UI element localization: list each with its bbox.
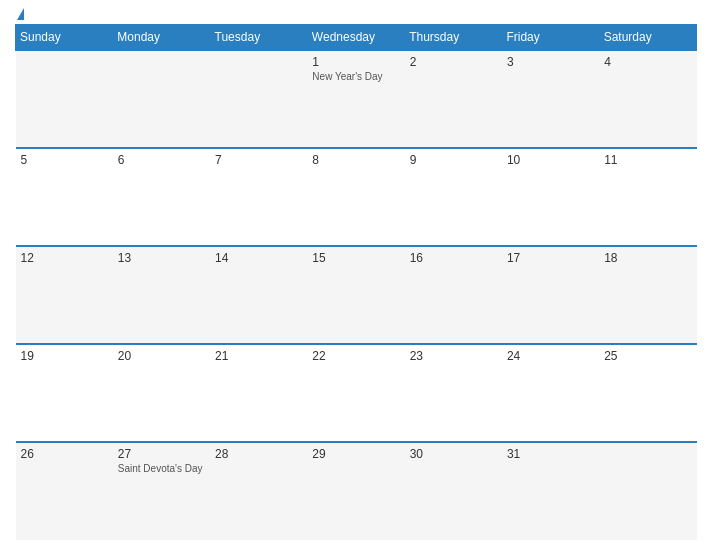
calendar-cell: 5 (16, 148, 113, 246)
calendar-cell: 25 (599, 344, 696, 442)
calendar-cell: 7 (210, 148, 307, 246)
day-number: 29 (312, 447, 399, 461)
calendar-cell: 11 (599, 148, 696, 246)
calendar-cell: 28 (210, 442, 307, 540)
calendar-cell: 20 (113, 344, 210, 442)
logo (15, 8, 24, 20)
calendar-cell: 30 (405, 442, 502, 540)
calendar-week-row: 567891011 (16, 148, 697, 246)
calendar-cell: 9 (405, 148, 502, 246)
day-number: 18 (604, 251, 691, 265)
day-number: 22 (312, 349, 399, 363)
calendar-cell: 13 (113, 246, 210, 344)
calendar-cell (210, 50, 307, 148)
calendar-cell (599, 442, 696, 540)
day-number: 31 (507, 447, 594, 461)
weekday-header-saturday: Saturday (599, 25, 696, 51)
day-number: 8 (312, 153, 399, 167)
calendar-cell: 6 (113, 148, 210, 246)
day-number: 21 (215, 349, 302, 363)
weekday-header-thursday: Thursday (405, 25, 502, 51)
day-number: 19 (21, 349, 108, 363)
calendar-cell: 27Saint Devota's Day (113, 442, 210, 540)
holiday-name: New Year's Day (312, 71, 399, 82)
day-number: 3 (507, 55, 594, 69)
calendar-container: SundayMondayTuesdayWednesdayThursdayFrid… (0, 0, 712, 550)
day-number: 26 (21, 447, 108, 461)
day-number: 11 (604, 153, 691, 167)
holiday-name: Saint Devota's Day (118, 463, 205, 474)
calendar-cell: 4 (599, 50, 696, 148)
calendar-cell: 1New Year's Day (307, 50, 404, 148)
day-number: 23 (410, 349, 497, 363)
calendar-cell: 8 (307, 148, 404, 246)
day-number: 27 (118, 447, 205, 461)
calendar-cell: 17 (502, 246, 599, 344)
calendar-cell: 16 (405, 246, 502, 344)
weekday-header-monday: Monday (113, 25, 210, 51)
calendar-table: SundayMondayTuesdayWednesdayThursdayFrid… (15, 24, 697, 540)
day-number: 15 (312, 251, 399, 265)
calendar-week-row: 12131415161718 (16, 246, 697, 344)
day-number: 5 (21, 153, 108, 167)
calendar-cell: 2 (405, 50, 502, 148)
day-number: 1 (312, 55, 399, 69)
day-number: 13 (118, 251, 205, 265)
day-number: 9 (410, 153, 497, 167)
weekday-header-wednesday: Wednesday (307, 25, 404, 51)
weekday-header-tuesday: Tuesday (210, 25, 307, 51)
calendar-cell: 14 (210, 246, 307, 344)
weekday-header-friday: Friday (502, 25, 599, 51)
calendar-cell (113, 50, 210, 148)
weekday-header-sunday: Sunday (16, 25, 113, 51)
day-number: 6 (118, 153, 205, 167)
calendar-cell: 22 (307, 344, 404, 442)
day-number: 24 (507, 349, 594, 363)
day-number: 20 (118, 349, 205, 363)
day-number: 7 (215, 153, 302, 167)
day-number: 2 (410, 55, 497, 69)
logo-triangle-icon (17, 8, 24, 20)
calendar-cell: 24 (502, 344, 599, 442)
calendar-cell (16, 50, 113, 148)
calendar-cell: 12 (16, 246, 113, 344)
day-number: 10 (507, 153, 594, 167)
weekday-header-row: SundayMondayTuesdayWednesdayThursdayFrid… (16, 25, 697, 51)
day-number: 12 (21, 251, 108, 265)
calendar-week-row: 2627Saint Devota's Day28293031 (16, 442, 697, 540)
calendar-cell: 23 (405, 344, 502, 442)
calendar-cell: 10 (502, 148, 599, 246)
calendar-week-row: 19202122232425 (16, 344, 697, 442)
calendar-header (15, 10, 697, 18)
calendar-cell: 26 (16, 442, 113, 540)
day-number: 25 (604, 349, 691, 363)
calendar-cell: 31 (502, 442, 599, 540)
day-number: 17 (507, 251, 594, 265)
calendar-cell: 15 (307, 246, 404, 344)
day-number: 30 (410, 447, 497, 461)
day-number: 4 (604, 55, 691, 69)
day-number: 28 (215, 447, 302, 461)
calendar-cell: 21 (210, 344, 307, 442)
calendar-cell: 19 (16, 344, 113, 442)
calendar-cell: 3 (502, 50, 599, 148)
calendar-cell: 18 (599, 246, 696, 344)
calendar-cell: 29 (307, 442, 404, 540)
calendar-week-row: 1New Year's Day234 (16, 50, 697, 148)
day-number: 16 (410, 251, 497, 265)
day-number: 14 (215, 251, 302, 265)
